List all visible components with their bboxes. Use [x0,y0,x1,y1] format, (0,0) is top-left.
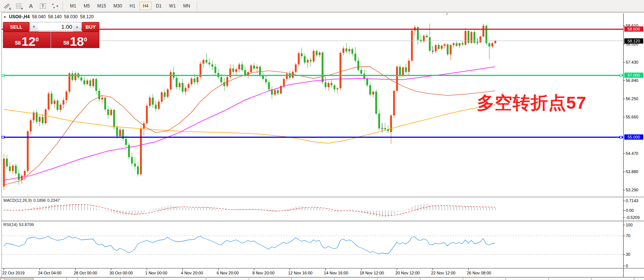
symbol-period: USOil-,H4 [9,14,29,19]
timeframe-mn[interactable]: MN [180,2,193,10]
time-axis-label: 18 Nov 12:00 [360,271,384,275]
timeframe-m30[interactable]: M30 [111,2,125,10]
time-axis-label: 28 Oct 00:00 [74,271,97,275]
volume-increase-button[interactable]: ▲ [73,22,82,32]
fibonacci-icon[interactable]: F [14,1,24,10]
rsi-scale-label: 70 [626,233,630,238]
bar-high: 58.140 [48,14,62,19]
rsi-scale-label: 30 [626,252,630,257]
timeframe-h1[interactable]: H1 [127,2,138,10]
price-tick-label: 55.660 [626,115,638,119]
time-axis-label: 4 Nov 20:00 [181,271,203,275]
toolbar-separator [197,2,198,10]
price-badge-57.000: 57.000 [624,73,643,78]
tool-letter: E [9,7,11,10]
lower-window-corner [1,278,5,280]
text-tool-icon[interactable]: A [26,1,36,10]
toolbar: E F A T M1M5M15M30H1H4D1W1MN [0,0,644,12]
time-axis-label: 8 Nov 20:00 [252,271,274,275]
time-axis-label: 22 Nov 12:00 [431,271,455,275]
buy-price-button[interactable]: 58 18 0 [51,32,99,48]
time-axis-label: 30 Oct 00:00 [109,271,133,275]
text-label-icon[interactable]: T [38,1,48,10]
bar-close: 58.120 [80,14,94,19]
bar-low: 58.030 [64,14,78,19]
trading-platform-window: E F A T M1M5M15M30H1H4D1W1MN ▲ USOil-,H4… [0,0,644,280]
volume-decrease-button[interactable]: ▼ [29,22,38,32]
tool-letter: F [21,7,23,10]
symbol-direction-icon: ▲ [3,15,6,18]
price-badge-58.120: 58.120 [624,38,643,44]
price-tick-label: 53.290 [626,188,638,192]
buy-price-base: 58 [63,39,69,47]
macd-scale-label: 0.00 [626,208,634,213]
timeframe-d1[interactable]: D1 [153,2,165,10]
chart-annotation-text: 多空转折点57 [477,91,586,115]
time-axis-label: 6 Nov 20:00 [217,271,239,275]
bottom-strip [0,277,644,280]
timeframe-w1[interactable]: W1 [166,2,179,10]
buy-button[interactable]: BUY [82,22,99,32]
buy-price-sup: 0 [84,32,87,47]
timeframe-h4[interactable]: H4 [140,2,151,10]
price-tick-label: 56.250 [626,96,638,101]
one-click-trading-panel: SELL ▼ ▲ BUY 58 12 0 58 18 0 [3,21,99,47]
price-badge-55.000: 55.000 [624,134,643,140]
time-axis-label: 14 Nov 16:00 [324,271,348,275]
price-tick-label: 57.430 [626,60,638,64]
arrows-tool-icon[interactable] [50,1,60,10]
time-axis-label: 24 Oct 04:00 [38,271,61,275]
price-tick-label: 56.840 [626,78,638,83]
time-axis-label: 20 Nov 12:00 [395,271,420,275]
equidistant-channel-icon[interactable]: E [2,1,12,10]
volume-input[interactable] [38,22,74,31]
time-axis-label: 26 Nov 08:00 [467,271,491,275]
rsi-indicator-label: RSI(14)53.8799 [3,222,35,227]
time-axis-label: 22 Oct 2019 [2,271,25,275]
symbol-header: ▲ USOil-,H4 58.040 58.140 58.030 58.120 [3,14,95,19]
timeframe-m15[interactable]: M15 [94,2,109,10]
timeframe-m5[interactable]: M5 [81,2,93,10]
bar-open: 58.040 [32,14,46,19]
time-axis-label: 1 Nov 00:00 [145,271,167,275]
rsi-scale-label: 0 [626,264,628,268]
time-axis-label: 12 Nov 16:00 [288,271,312,275]
timeframe-buttons: M1M5M15M30H1H4D1W1MN [66,2,194,10]
chart-shift-marker[interactable]: ▼ [445,12,449,16]
price-chart-canvas[interactable] [0,12,644,277]
sell-price-big: 12 [22,36,36,47]
macd-scale-label: -0.5209 [626,215,640,220]
price-tick-label: 54.470 [626,151,638,156]
price-badge-58.500: 58.500 [624,26,643,32]
price-tick-label: 53.880 [626,169,638,174]
toolbar-separator [63,2,63,10]
sell-price-button[interactable]: 58 12 0 [3,32,51,48]
rsi-scale-label: 100 [626,223,632,227]
lower-window-edge[interactable] [33,278,644,280]
timeframe-m1[interactable]: M1 [67,2,79,10]
sell-price-sup: 0 [36,32,39,47]
buy-price-big: 18 [70,36,84,47]
macd-indicator-label: MACD(12,26,9)0.18960.2347 [3,198,61,203]
sell-price-base: 58 [15,39,21,47]
sell-button[interactable]: SELL [3,22,29,32]
macd-scale-label: 0.7143 [626,198,638,203]
chart-window: ▲ USOil-,H4 58.040 58.140 58.030 58.120 … [0,12,644,277]
